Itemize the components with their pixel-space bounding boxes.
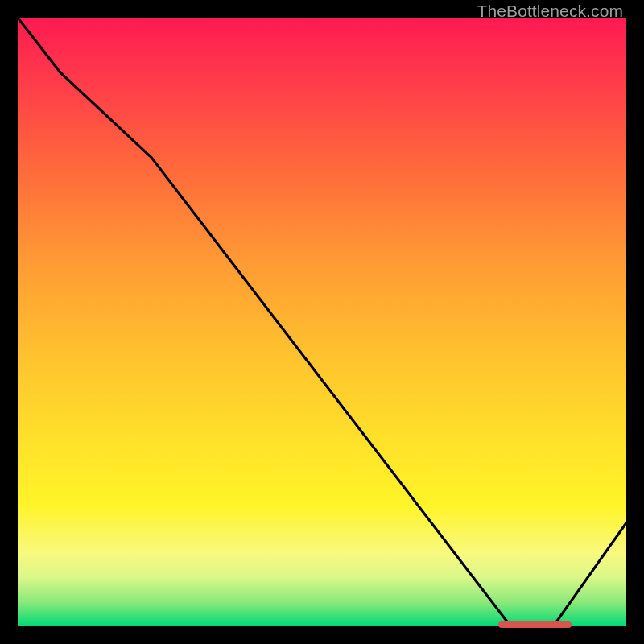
chart-line-svg xyxy=(18,18,626,626)
attribution-label: TheBottleneck.com xyxy=(477,2,623,21)
chart-frame xyxy=(18,18,626,626)
optimal-range-marker xyxy=(498,621,572,628)
chart-line-path xyxy=(18,18,626,626)
